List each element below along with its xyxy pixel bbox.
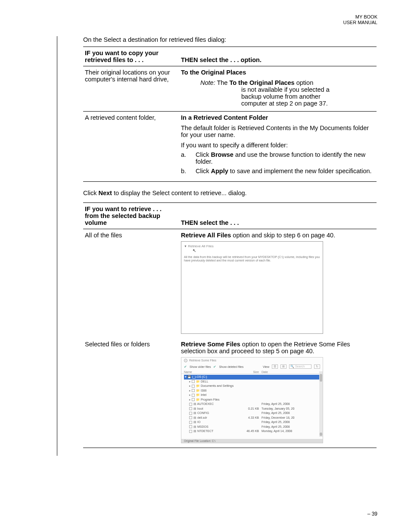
check-icon: ✔	[213, 365, 216, 369]
tree-row: ▸ 📁 Program Files	[184, 398, 320, 402]
show-older-label: Show older files	[190, 365, 211, 368]
t1-head-right: THEN select the . . . option.	[180, 47, 377, 66]
expand-icon: ▸	[189, 393, 191, 396]
page-header: MY BOOK USER MANUAL	[343, 14, 377, 25]
note-line3: backup volume from another	[241, 93, 321, 100]
t2-r1-bold: Retrieve All Files	[181, 232, 231, 239]
check-icon: ✔	[184, 365, 187, 369]
drive-icon: ▾ 💾	[185, 375, 192, 378]
mid-post: to display the Select content to retriev…	[112, 190, 247, 196]
tree-row: ▤ AUTOEXECFriday, April 25, 2008	[184, 402, 320, 407]
ol-b-pre: Click	[196, 168, 211, 174]
expand-icon: ▸	[189, 389, 191, 392]
ol-a-pre: Click	[196, 151, 211, 158]
file-icon: ▤	[193, 416, 196, 419]
checkbox-icon	[189, 412, 192, 415]
search-input-mock: 🔍 Search	[289, 364, 311, 369]
t1-head-left-2: retrieved files to . . .	[85, 56, 143, 63]
t1-r2-p1: The default folder is Retrieved Contents…	[181, 124, 375, 138]
t2-r2-right: Retrieve Some Files option to open the R…	[180, 338, 377, 448]
tree-row: ▸ 📁 I386	[184, 389, 320, 393]
t1-r2-title: In a Retrieved Content Folder	[181, 114, 375, 121]
note-line4: computer at step 2 on page 37.	[241, 100, 328, 107]
checkbox-icon	[189, 425, 192, 428]
ol-b-bold: Apply	[211, 168, 228, 174]
tree-row: ▸ 📁 Intel	[184, 393, 320, 398]
radio-icon: •	[184, 359, 187, 362]
mock2-title: Retrieve Some Files	[189, 359, 216, 362]
checkbox-icon	[192, 394, 195, 397]
checkbox-icon	[192, 398, 195, 401]
scroll-thumb-2	[320, 432, 322, 436]
t1-r2-right: In a Retrieved Content Folder The defaul…	[180, 112, 377, 182]
note-pre: The	[215, 79, 230, 86]
t1-r1-right: To the Original Places Note: The To the …	[180, 66, 377, 112]
tree-row: ▤ IOFriday, April 25, 2008	[184, 420, 320, 425]
t1-r1-left: Their original locations on your compute…	[83, 66, 180, 112]
t2-head-right: THEN select the . . .	[180, 203, 377, 229]
t2-r1-left: All of the files	[83, 229, 180, 339]
file-icon: ▤	[193, 411, 196, 414]
tree-row: ▸ 📁 Documents and Settings	[184, 384, 320, 389]
folder-icon: 📁	[196, 393, 200, 396]
expand-icon: ▸	[189, 384, 191, 387]
tree-row: ▤ dell.sdr4.33 KBFriday, December 18, 20	[184, 416, 320, 420]
expand-icon: ▸	[189, 398, 191, 401]
tree-row: ▾ 💾 (_)-OS (C:)	[184, 375, 320, 380]
note-bold: To the Original Places	[229, 79, 294, 86]
grid-view-icon: ⊞	[280, 364, 286, 369]
t2-head-left-1: IF you want to retrieve . . .	[85, 205, 162, 212]
tree-row: ▤ CONFIGFriday, April 25, 2008	[184, 411, 320, 416]
checkbox-icon	[189, 403, 192, 406]
tree-row: ▸ 📁 DELL	[184, 380, 320, 384]
retrieve-some-mock: •Retrieve Some Files ✔Show older files ✔…	[181, 357, 323, 443]
t2-r1-post: option and skip to step 6 on page 40.	[231, 232, 335, 239]
t1-r2-left: A retrieved content folder,	[83, 112, 180, 182]
checkbox-icon	[192, 389, 195, 392]
cursor-icon: ↖	[193, 248, 320, 253]
mock2-bottom: Original File Location: C:\	[181, 439, 323, 443]
scroll-thumb	[320, 374, 322, 382]
header-line-2: USER MANUAL	[343, 20, 377, 25]
refresh-icon: ↻	[314, 364, 320, 369]
t1-head-left: IF you want to copy your retrieved files…	[83, 47, 180, 66]
checkbox-icon	[192, 385, 195, 388]
file-icon: ▤	[193, 402, 196, 405]
checkbox-icon	[189, 416, 192, 419]
show-deleted-label: Show deleted files	[219, 365, 243, 368]
ol-b-marker: b.	[181, 168, 194, 174]
col-date: Date	[262, 370, 320, 373]
t2-head-left-3: volume	[85, 219, 107, 226]
search-ph: Search	[295, 365, 305, 368]
file-icon: ▤	[193, 420, 196, 423]
main-content: On the Select a destination for retrieve…	[57, 36, 377, 456]
table-2: IF you want to retrieve . . . from the s…	[83, 202, 377, 448]
note-label: Note:	[200, 79, 215, 86]
t1-r2-p2: If you want to specify a different folde…	[181, 142, 375, 149]
ol-a-marker: a.	[181, 151, 194, 158]
t2-r2-bold: Retrieve Some Files	[181, 341, 240, 348]
t2-r1-right: Retrieve All Files option and skip to st…	[180, 229, 377, 339]
checkbox-icon	[189, 407, 192, 410]
folder-icon: 📁	[196, 389, 200, 392]
scrollbar	[319, 371, 323, 437]
file-tree: ▾ 💾 (_)-OS (C:)▸ 📁 DELL▸ 📁 Documents and…	[181, 374, 323, 435]
checkbox-icon	[189, 421, 192, 424]
collapse-triangle-icon: ▼	[184, 245, 187, 248]
t2-r2-left: Selected files or folders	[83, 338, 180, 448]
mock1-title: Retrieve All Files	[188, 244, 214, 248]
folder-icon: 📁	[196, 380, 200, 383]
tree-row: ▤ NTDETECT46.45 KBMonday, April 14, 2008	[184, 429, 320, 434]
retrieve-all-mock: ▼ Retrieve All Files ↖ All the data from…	[181, 241, 323, 334]
mid-pre: Click	[83, 190, 98, 196]
ol-b-post: to save and implement the new folder spe…	[228, 168, 372, 174]
mid-bold: Next	[98, 190, 112, 196]
page-number: – 39	[367, 511, 377, 517]
t2-head-left: IF you want to retrieve . . . from the s…	[83, 203, 180, 229]
list-view-icon: ☰	[272, 364, 278, 369]
col-name: Name	[184, 370, 244, 373]
file-icon: ▤	[193, 429, 196, 432]
note-line2: is not available if you selected a	[241, 86, 330, 93]
mid-text: Click Next to display the Select content…	[83, 190, 377, 196]
view-label: View	[263, 365, 269, 368]
